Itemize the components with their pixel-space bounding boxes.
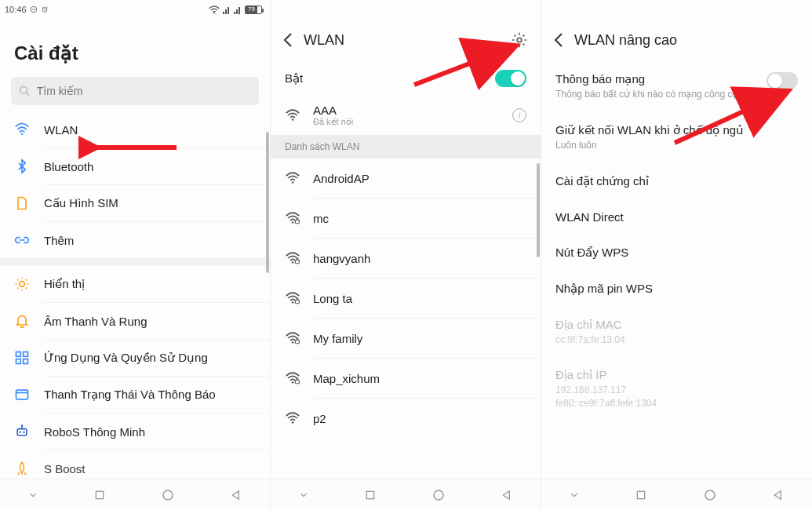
- wifi-icon: [285, 410, 300, 426]
- scrollbar[interactable]: [537, 163, 540, 257]
- header: WLAN: [271, 19, 541, 61]
- nav-home[interactable]: [431, 488, 446, 502]
- toggle-label: Bật: [285, 71, 303, 86]
- header-title: WLAN nâng cao: [574, 32, 677, 49]
- advanced-item[interactable]: Cài đặt chứng chỉ: [541, 163, 812, 199]
- advanced-item[interactable]: WLAN Direct: [541, 199, 812, 235]
- svg-line-14: [17, 288, 18, 289]
- svg-rect-16: [16, 352, 21, 357]
- settings-item-label: WLAN: [44, 123, 78, 137]
- wifi-icon: [285, 330, 300, 346]
- network-row[interactable]: hangvyanh: [271, 239, 541, 278]
- nav-home[interactable]: [161, 488, 175, 502]
- settings-gear-button[interactable]: [511, 31, 528, 49]
- info-icon[interactable]: i: [512, 108, 526, 122]
- advanced-item[interactable]: Thông báo mạngThông báo bất cứ khi nào c…: [541, 61, 812, 112]
- network-row[interactable]: p2: [271, 399, 541, 438]
- settings-item-bluetooth[interactable]: Bluetooth: [0, 148, 270, 184]
- settings-item-robos[interactable]: RoboS Thông Minh: [0, 413, 270, 450]
- svg-rect-28: [96, 491, 103, 498]
- svg-line-13: [26, 288, 27, 289]
- link-icon: [14, 232, 30, 248]
- svg-point-7: [20, 282, 25, 287]
- item-title: Thông báo mạng: [555, 72, 798, 86]
- svg-rect-48: [638, 491, 645, 498]
- item-title: WLAN Direct: [555, 210, 798, 224]
- settings-item-display[interactable]: Hiển thị: [0, 266, 270, 302]
- nav-recent[interactable]: [93, 489, 106, 501]
- nav-menu[interactable]: [569, 490, 580, 501]
- svg-point-31: [292, 118, 294, 121]
- toggle-switch[interactable]: [766, 72, 798, 89]
- svg-point-37: [292, 301, 294, 304]
- settings-item-sound[interactable]: Âm Thanh Và Rung: [0, 303, 270, 339]
- network-row[interactable]: mc: [271, 199, 541, 238]
- settings-item-label: Bluetooth: [44, 160, 93, 173]
- search-icon: [19, 85, 31, 97]
- item-title: Địa chỉ MAC: [555, 318, 798, 332]
- nav-back[interactable]: [501, 489, 513, 501]
- nav-back[interactable]: [772, 489, 785, 501]
- wifi-status-icon: [209, 5, 220, 14]
- advanced-item[interactable]: Giữ kết nối WLAN khi ở chế độ ngủLuôn lu…: [541, 112, 812, 163]
- svg-rect-18: [16, 359, 21, 364]
- wlan-toggle-row[interactable]: Bật: [271, 61, 541, 96]
- page-title: Cài đặt: [0, 19, 270, 74]
- advanced-item[interactable]: Nhập mã pin WPS: [541, 271, 812, 307]
- item-subtitle: Luôn luôn: [555, 139, 798, 152]
- sun-icon: [14, 276, 30, 292]
- scrollbar[interactable]: [266, 132, 269, 273]
- svg-rect-17: [24, 352, 28, 357]
- item-title: Nhập mã pin WPS: [555, 282, 798, 296]
- wlan-switch[interactable]: [495, 70, 526, 87]
- signal-2-icon: [234, 5, 242, 14]
- settings-item-label: RoboS Thông Minh: [44, 425, 145, 439]
- network-row[interactable]: My family: [271, 319, 541, 358]
- nav-menu[interactable]: [27, 490, 38, 501]
- network-row[interactable]: Map_xichum: [271, 359, 541, 398]
- alarm-icon: [41, 5, 49, 13]
- network-row[interactable]: AndroidAP: [271, 158, 541, 198]
- svg-rect-45: [366, 491, 373, 498]
- network-ssid: mc: [313, 212, 329, 225]
- wlan-pane: WLAN Bật AAA Đã kết nối i Danh sách WLAN…: [271, 0, 541, 510]
- back-button[interactable]: [283, 32, 293, 48]
- svg-point-29: [163, 490, 173, 500]
- nav-home[interactable]: [703, 488, 717, 502]
- item-subtitle: Thông báo bất cứ khi nào có mạng công cộ…: [555, 88, 798, 101]
- svg-point-23: [19, 432, 21, 434]
- back-button[interactable]: [554, 32, 563, 48]
- svg-rect-36: [295, 260, 299, 264]
- settings-item-more[interactable]: Thêm: [0, 222, 270, 258]
- search-input[interactable]: [37, 85, 251, 97]
- svg-point-39: [292, 341, 294, 344]
- svg-rect-40: [295, 341, 299, 344]
- wifi-icon: [285, 370, 300, 386]
- network-ssid: My family: [313, 332, 362, 345]
- settings-item-sim[interactable]: Cấu Hình SIM: [0, 185, 270, 221]
- settings-item-statusbar[interactable]: Thanh Trạng Thái Và Thông Báo: [0, 377, 270, 413]
- nav-recent[interactable]: [364, 489, 377, 501]
- network-ssid: AAA: [313, 104, 353, 117]
- svg-rect-20: [16, 390, 28, 399]
- settings-item-label: Thanh Trạng Thái Và Thông Báo: [44, 388, 216, 402]
- svg-line-5: [26, 93, 29, 96]
- nav-menu[interactable]: [298, 490, 309, 501]
- network-row[interactable]: Long ta: [271, 279, 541, 318]
- settings-item-label: Cấu Hình SIM: [44, 196, 118, 210]
- advanced-item[interactable]: Nút Đẩy WPS: [541, 235, 812, 271]
- settings-item-wlan[interactable]: WLAN: [0, 111, 270, 148]
- nav-bar: [0, 479, 270, 510]
- nav-bar: [271, 479, 541, 510]
- svg-point-41: [292, 381, 294, 384]
- settings-item-apps[interactable]: Ứng Dụng Và Quyền Sử Dụng: [0, 340, 270, 376]
- nav-back[interactable]: [230, 489, 242, 501]
- nav-recent[interactable]: [635, 489, 647, 501]
- advanced-item: Địa chỉ MACcc:9f:7a:fe:13:04: [541, 307, 812, 358]
- network-ssid: Map_xichum: [313, 372, 380, 385]
- svg-rect-34: [295, 220, 299, 224]
- search-box[interactable]: [11, 77, 259, 105]
- connected-network-row[interactable]: AAA Đã kết nối i: [271, 96, 541, 135]
- item-subtitle: 192.168.137.117fe80::ce9f:7aff:fefe:1304: [555, 384, 798, 410]
- settings-item-label: S Boost: [44, 462, 86, 475]
